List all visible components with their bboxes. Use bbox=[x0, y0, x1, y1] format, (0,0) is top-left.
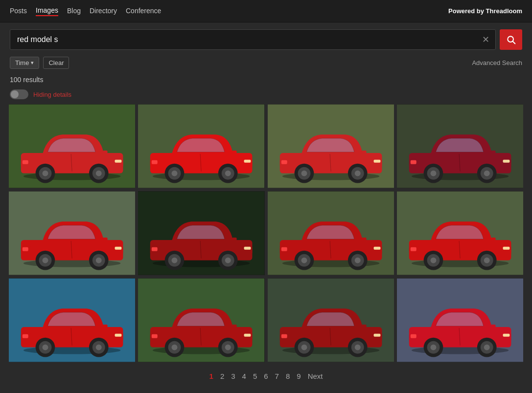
svg-point-74 bbox=[43, 258, 48, 263]
svg-point-179 bbox=[430, 345, 436, 350]
image-cell[interactable] bbox=[138, 191, 264, 275]
page-number-4[interactable]: 4 bbox=[242, 372, 246, 380]
svg-point-11 bbox=[96, 171, 102, 176]
svg-point-146 bbox=[225, 345, 231, 350]
page-number-8[interactable]: 8 bbox=[286, 372, 290, 380]
svg-rect-83 bbox=[152, 247, 158, 251]
svg-point-89 bbox=[172, 258, 178, 263]
svg-rect-171 bbox=[503, 334, 509, 337]
svg-rect-151 bbox=[232, 325, 237, 328]
svg-point-119 bbox=[430, 258, 436, 263]
image-cell[interactable] bbox=[397, 278, 523, 362]
svg-rect-61 bbox=[490, 151, 495, 153]
nav-posts[interactable]: Posts bbox=[10, 7, 27, 16]
svg-rect-23 bbox=[152, 160, 158, 164]
nav-blog[interactable]: Blog bbox=[67, 7, 81, 16]
svg-line-1 bbox=[513, 42, 515, 44]
nav-images[interactable]: Images bbox=[36, 6, 58, 16]
svg-rect-126 bbox=[115, 334, 122, 337]
svg-rect-98 bbox=[281, 247, 287, 251]
svg-point-59 bbox=[430, 171, 436, 176]
image-cell[interactable] bbox=[268, 104, 394, 188]
svg-rect-111 bbox=[503, 247, 509, 250]
svg-rect-136 bbox=[103, 325, 108, 328]
svg-point-101 bbox=[354, 258, 360, 263]
clear-filter-button[interactable]: Clear bbox=[43, 57, 69, 69]
svg-rect-96 bbox=[373, 247, 380, 250]
svg-point-44 bbox=[301, 171, 307, 176]
svg-rect-143 bbox=[152, 334, 158, 338]
svg-rect-166 bbox=[361, 325, 366, 328]
svg-rect-66 bbox=[115, 247, 122, 250]
svg-rect-51 bbox=[503, 160, 509, 163]
page-number-9[interactable]: 9 bbox=[297, 372, 301, 380]
svg-rect-31 bbox=[232, 151, 237, 153]
svg-rect-158 bbox=[281, 334, 287, 338]
image-cell[interactable] bbox=[397, 104, 523, 188]
svg-point-104 bbox=[301, 258, 307, 263]
svg-rect-81 bbox=[244, 247, 251, 250]
powered-by: Powered by Threadloom bbox=[448, 7, 522, 15]
image-cell[interactable] bbox=[9, 191, 135, 275]
search-button[interactable] bbox=[500, 29, 522, 50]
image-cell[interactable] bbox=[138, 104, 264, 188]
image-cell[interactable] bbox=[9, 278, 135, 362]
svg-point-56 bbox=[484, 171, 490, 176]
search-input-wrapper: ✕ bbox=[10, 29, 496, 50]
nav-directory[interactable]: Directory bbox=[90, 7, 117, 16]
toggle-row: Hiding details bbox=[0, 87, 532, 104]
results-count: 100 results bbox=[0, 74, 532, 87]
hiding-details-toggle[interactable] bbox=[10, 89, 28, 99]
svg-rect-128 bbox=[23, 334, 28, 338]
time-filter-button[interactable]: Time bbox=[10, 57, 39, 69]
image-cell[interactable] bbox=[9, 104, 135, 188]
svg-point-149 bbox=[172, 345, 178, 350]
svg-point-116 bbox=[484, 258, 490, 263]
svg-point-86 bbox=[225, 258, 231, 263]
svg-point-29 bbox=[172, 171, 178, 176]
page-number-5[interactable]: 5 bbox=[253, 372, 257, 380]
svg-point-26 bbox=[225, 171, 231, 176]
page-number-6[interactable]: 6 bbox=[264, 372, 268, 380]
nav-links: Posts Images Blog Directory Conference bbox=[10, 6, 161, 16]
svg-rect-16 bbox=[103, 151, 108, 153]
page-number-1[interactable]: 1 bbox=[209, 372, 213, 380]
svg-rect-68 bbox=[23, 247, 28, 251]
filters-row: Time Clear Advanced Search bbox=[0, 55, 532, 74]
svg-point-164 bbox=[301, 345, 307, 350]
search-bar: ✕ bbox=[0, 22, 532, 55]
svg-rect-36 bbox=[373, 160, 380, 163]
svg-rect-46 bbox=[361, 151, 366, 153]
page-number-3[interactable]: 3 bbox=[231, 372, 235, 380]
image-cell[interactable] bbox=[268, 191, 394, 275]
svg-rect-156 bbox=[373, 334, 380, 337]
pagination-next[interactable]: Next bbox=[308, 372, 323, 380]
pagination: 123456789Next bbox=[0, 362, 532, 388]
nav-conference[interactable]: Conference bbox=[126, 7, 161, 16]
search-input[interactable] bbox=[14, 35, 480, 44]
svg-rect-6 bbox=[115, 160, 122, 163]
svg-point-131 bbox=[96, 345, 102, 350]
advanced-search-link[interactable]: Advanced Search bbox=[472, 59, 522, 66]
svg-rect-141 bbox=[244, 334, 251, 337]
svg-point-71 bbox=[96, 258, 102, 263]
page-number-2[interactable]: 2 bbox=[220, 372, 224, 380]
svg-point-134 bbox=[43, 345, 48, 350]
svg-rect-21 bbox=[244, 160, 251, 163]
image-cell[interactable] bbox=[138, 278, 264, 362]
toggle-label: Hiding details bbox=[33, 91, 71, 98]
page-number-7[interactable]: 7 bbox=[275, 372, 279, 380]
image-cell[interactable] bbox=[397, 191, 523, 275]
svg-rect-53 bbox=[411, 160, 416, 164]
svg-rect-121 bbox=[490, 238, 495, 240]
svg-rect-91 bbox=[232, 238, 237, 240]
svg-point-14 bbox=[43, 171, 48, 176]
svg-rect-76 bbox=[103, 238, 108, 240]
clear-x-button[interactable]: ✕ bbox=[480, 34, 491, 45]
svg-rect-8 bbox=[23, 160, 28, 164]
svg-rect-181 bbox=[490, 325, 495, 328]
search-icon bbox=[506, 35, 516, 44]
image-cell[interactable] bbox=[268, 278, 394, 362]
svg-point-41 bbox=[354, 171, 360, 176]
svg-rect-173 bbox=[411, 334, 416, 338]
